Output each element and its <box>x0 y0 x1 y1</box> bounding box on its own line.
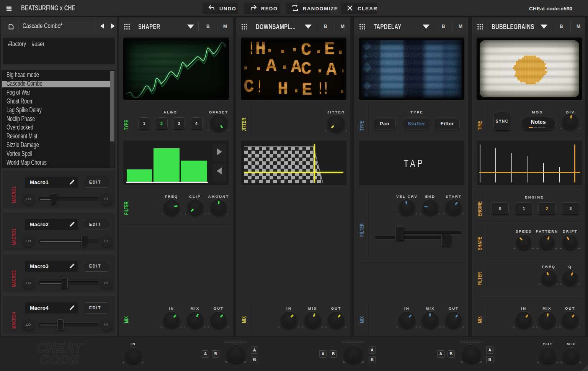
svg-text:CODE: CODE <box>39 352 80 367</box>
